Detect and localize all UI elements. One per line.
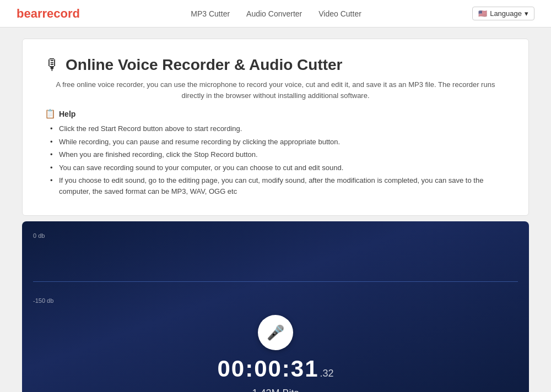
waveform-line (33, 281, 518, 282)
flag-icon: 🇺🇸 (478, 9, 487, 18)
bits-display: 1.43M Bits (252, 388, 299, 392)
waveform-area: 0 db -150 db (33, 232, 518, 304)
help-label: Help (59, 110, 75, 118)
recorder-center: 🎤 00:00:31 .32 1.43M Bits (33, 315, 518, 392)
main-content: 🎙 Online Voice Recorder & Audio Cutter A… (11, 39, 540, 392)
timer-ms: .32 (320, 368, 334, 379)
help-item: While recording, you can pause and resum… (50, 137, 506, 148)
help-title: 📋 Help (45, 108, 506, 119)
microphone-icon: 🎤 (267, 324, 284, 341)
page-title: Online Voice Recorder & Audio Cutter (66, 56, 343, 74)
nav-video-cutter[interactable]: Video Cutter (318, 9, 361, 18)
language-button[interactable]: 🇺🇸 Language ▾ (472, 7, 534, 20)
help-item: Click the red Start Record button above … (50, 123, 506, 134)
timer-display: 00:00:31 .32 (217, 356, 333, 382)
logo-bear: bear (17, 7, 42, 20)
help-section: 📋 Help Click the red Start Record button… (45, 108, 506, 197)
help-item: You can save recording sound to your com… (50, 162, 506, 173)
mic-large-icon: 🎙 (45, 56, 60, 74)
logo-record: record (42, 7, 79, 20)
info-card: 🎙 Online Voice Recorder & Audio Cutter A… (22, 39, 529, 216)
main-nav: MP3 Cutter Audio Converter Video Cutter (191, 9, 361, 18)
help-item: If you choose to edit sound, go to the e… (50, 175, 506, 197)
page-description: A free online voice recorder, you can us… (45, 79, 506, 101)
timer-main: 00:00:31 (217, 356, 318, 382)
header: bearrecord MP3 Cutter Audio Converter Vi… (0, 0, 551, 28)
help-icon: 📋 (45, 108, 56, 119)
nav-audio-converter[interactable]: Audio Converter (246, 9, 302, 18)
db-top-label: 0 db (33, 232, 45, 239)
db-bottom-label: -150 db (33, 297, 53, 304)
logo[interactable]: bearrecord (17, 7, 80, 21)
language-label: Language (490, 9, 522, 18)
recorder-panel: 0 db -150 db 🎤 00:00:31 .32 1.43M Bits (22, 221, 529, 392)
nav-mp3-cutter[interactable]: MP3 Cutter (191, 9, 230, 18)
mic-record-button[interactable]: 🎤 (258, 315, 293, 350)
help-item: When you are finished recording, click t… (50, 149, 506, 160)
help-list: Click the red Start Record button above … (45, 123, 506, 197)
page-title-wrap: 🎙 Online Voice Recorder & Audio Cutter (45, 56, 506, 74)
chevron-down-icon: ▾ (525, 9, 528, 18)
